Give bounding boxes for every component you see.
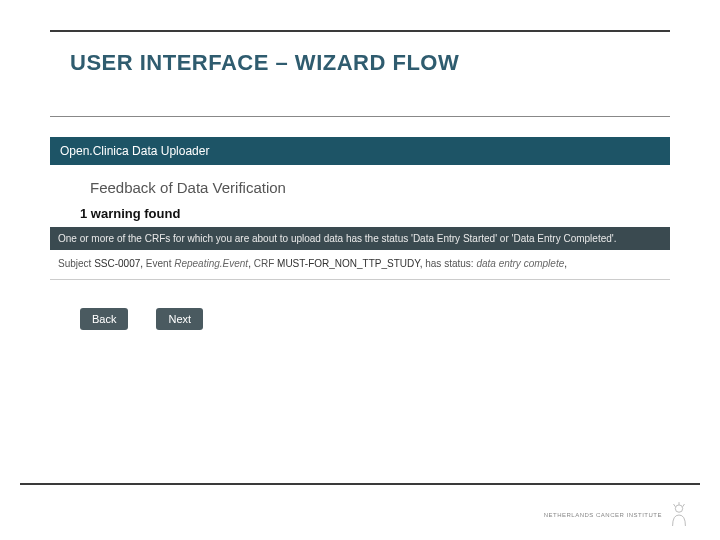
warning-message: One or more of the CRFs for which you ar…: [50, 227, 670, 250]
subject-value: SSC-0007: [94, 258, 140, 269]
event-value: Repeating.Event: [174, 258, 248, 269]
app-header: Open.Clinica Data Uploader: [50, 137, 670, 165]
thin-divider: [50, 116, 670, 117]
warning-count: 1 warning found: [80, 206, 640, 221]
footer-org-text: NETHERLANDS CANCER INSTITUTE: [544, 512, 662, 518]
slide-title: USER INTERFACE – WIZARD FLOW: [70, 50, 670, 76]
crf-value: MUST-FOR_NON_TTP_STUDY: [277, 258, 420, 269]
queen-icon: [668, 502, 690, 528]
status-label: has status:: [425, 258, 473, 269]
subject-label: Subject: [58, 258, 91, 269]
next-button[interactable]: Next: [156, 308, 203, 330]
top-divider: [50, 30, 670, 32]
event-label: Event: [146, 258, 172, 269]
crf-label: CRF: [254, 258, 275, 269]
back-button[interactable]: Back: [80, 308, 128, 330]
footer-logo: NETHERLANDS CANCER INSTITUTE: [544, 502, 690, 528]
svg-point-0: [675, 505, 682, 512]
button-row: Back Next: [80, 308, 640, 330]
section-title: Feedback of Data Verification: [90, 179, 640, 196]
status-value: data entry complete: [476, 258, 564, 269]
bottom-divider: [20, 483, 700, 485]
warning-detail-row: Subject SSC-0007, Event Repeating.Event,…: [50, 250, 670, 280]
